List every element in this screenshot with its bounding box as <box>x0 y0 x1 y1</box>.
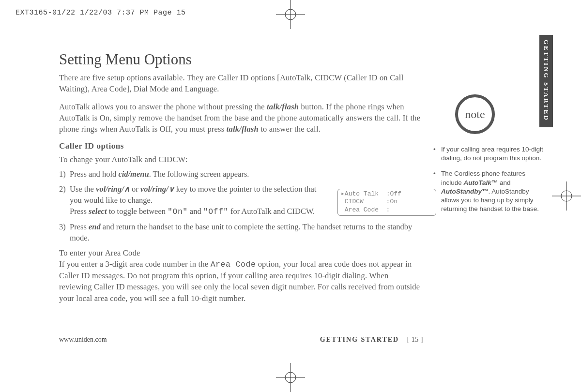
callerid-subhead: Caller ID options <box>59 141 422 151</box>
registration-mark-bottom <box>276 363 305 392</box>
registration-mark-top <box>276 0 305 29</box>
footer-section: GETTING STARTED <box>320 336 399 343</box>
registration-mark-right <box>552 181 581 211</box>
talk-flash-label-2: talk/flash <box>227 124 259 134</box>
page-title: Setting Menu Options <box>59 51 422 68</box>
select-label: select <box>89 207 107 216</box>
side-note-2: The Cordless phone features include Auto… <box>433 169 547 213</box>
svg-text:note: note <box>465 108 485 121</box>
area-code-lcd-inline: Area Code <box>211 260 256 269</box>
sidebar-notes: note If your calling area requires 10-di… <box>433 92 547 221</box>
note-icon: note <box>453 92 497 136</box>
change-lead: To change your AutoTalk and CIDCW: <box>59 154 422 165</box>
vol-ring-down-label: vol/ring/∨ <box>140 184 174 194</box>
end-label: end <box>89 222 101 231</box>
footer-url: www.uniden.com <box>59 336 107 344</box>
main-content: Setting Menu Options There are five setu… <box>59 51 422 311</box>
cid-menu-label: cid/menu <box>118 169 149 179</box>
step-3: 3) Press end and return the handset to t… <box>59 221 422 243</box>
side-note-1: If your calling area requires 10-digit d… <box>433 145 547 163</box>
print-slug: EXT3165-01/22 1/22/03 7:37 PM Page 15 <box>15 9 186 17</box>
step-1: 1) Press and hold cid/menu. The followin… <box>59 168 422 180</box>
page-footer: www.uniden.com GETTING STARTED [ 15 ] <box>59 336 423 344</box>
lcd-screen: ▸Auto Talk :Off CIDCW :On Area Code : <box>337 189 436 216</box>
area-code-paragraph: To enter your Area Code If you enter a 3… <box>59 247 422 303</box>
autotalk-paragraph: AutoTalk allows you to answer the phone … <box>59 101 422 135</box>
vol-ring-up-label: vol/ring/∧ <box>96 184 130 194</box>
intro-paragraph: There are five setup options available. … <box>59 72 422 94</box>
talk-flash-label: talk/flash <box>267 102 299 111</box>
footer-page-number: [ 15 ] <box>407 336 423 343</box>
